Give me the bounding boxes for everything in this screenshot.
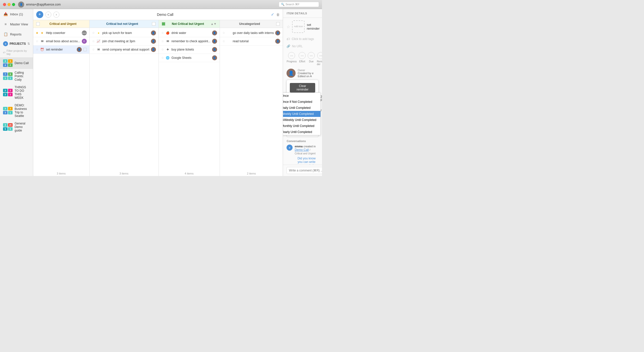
project-badges: 3 3 4 2	[3, 59, 13, 67]
panel-footer: ⬆ ⤢	[283, 165, 322, 176]
add-icon-button[interactable]: Add Icon	[292, 20, 305, 33]
task-item-company-email[interactable]: ☆ ✉ send company email about support 👤	[90, 46, 158, 54]
trash-icon[interactable]: 🗑	[276, 13, 280, 17]
tag-filter-icon: 🏷	[3, 51, 6, 54]
minimize-button[interactable]	[8, 3, 11, 6]
progress-dots[interactable]: ···	[288, 52, 295, 59]
close-button[interactable]	[3, 3, 6, 6]
project-name: THINGS TO DO THIS WEEK	[15, 85, 30, 100]
quadrant-header-not-critical-urgent: Not Critical but Urgent ▲▼	[159, 20, 220, 28]
repeat-option-daily[interactable]: Daily Until Completed	[283, 105, 320, 111]
task-item-check-appoint[interactable]: ☆ ✉ remember to check appoint... 👤	[159, 37, 220, 46]
add-icon-label: Add Icon	[294, 25, 303, 28]
filter-tags-row: 🏷 Filter projects by tag	[0, 48, 33, 57]
url-placeholder[interactable]: No URL	[292, 45, 303, 48]
select-all-checkbox[interactable]	[276, 22, 280, 26]
project-item-demo-call[interactable]: 3 3 4 2 Demo Call	[0, 57, 33, 69]
comment-input[interactable]	[287, 167, 322, 174]
badge: 5	[3, 127, 8, 131]
task-checkbox[interactable]	[83, 48, 87, 51]
list-icon: ≡	[3, 22, 8, 27]
project-item-general-demo[interactable]: 3 26 5 6 General Demo guide	[0, 120, 33, 134]
star-icon: ☆	[222, 31, 225, 35]
option-label: Monthly Until Completed	[283, 124, 314, 128]
drag-handle[interactable]: ▲▼	[211, 22, 217, 26]
task-item-chat-meeting[interactable]: ☆ 📈 join chat meeting at 3pm 👤	[90, 37, 158, 46]
star-icon: ☆	[92, 31, 95, 35]
filter-placeholder[interactable]: Filter projects by tag	[7, 49, 30, 55]
task-avatar: 👤	[212, 39, 217, 44]
sidebar-item-master-view[interactable]: ≡ Master View	[0, 19, 33, 29]
link-icon: 🔗	[287, 45, 290, 48]
star-icon: ☆	[222, 39, 225, 43]
task-name: remember to check appoint...	[172, 39, 211, 43]
effort-dots[interactable]: ···	[299, 52, 306, 59]
owner-row: 👤 Owner Created by e Edited on A	[287, 69, 318, 78]
badge: 2	[8, 63, 13, 67]
prev-board-button[interactable]: ‹	[45, 12, 51, 18]
task-item-help-coworker[interactable]: ★ ★ Help coworker soon	[33, 29, 89, 37]
repeat-option-once[interactable]: Once	[283, 93, 320, 99]
repeat-option-once-not-completed[interactable]: Once If Not Completed	[283, 99, 320, 105]
project-item-things-todo[interactable]: 2 2 2 2 THINGS TO DO THIS WEEK	[0, 83, 33, 102]
badge: 2	[3, 89, 8, 92]
task-item-read-tutorial[interactable]: ☆ read tutorial 👤	[220, 37, 283, 46]
task-item-drink-water[interactable]: ☆ 🍎 drink water 👤	[159, 29, 220, 37]
metric-due: ··· Due	[308, 52, 315, 66]
clear-reminder-button[interactable]: Clear reminder	[290, 83, 315, 93]
option-label: Daily Until Completed	[283, 106, 310, 110]
add-task-button[interactable]: +	[36, 11, 43, 18]
task-item-pick-up-lunch[interactable]: ☆ ● pick up lunch for team 👤	[90, 29, 158, 37]
star-icon: ★	[36, 31, 38, 35]
project-name: General Demo guide	[15, 122, 30, 132]
repeat-dropdown: Once Once If Not Completed Daily Until C…	[283, 93, 321, 135]
badge: 3	[3, 107, 8, 110]
project-name: DEMO: Business Trip to Seattle	[15, 104, 30, 118]
project-item-business-trip[interactable]: 3 2 3 1 DEMO: Business Trip to Seattle	[0, 102, 33, 120]
next-board-button[interactable]: ›	[53, 12, 59, 18]
check-icon[interactable]: ✓	[271, 12, 274, 17]
repeat-option-yearly[interactable]: Yearly Until Completed	[283, 129, 320, 135]
effort-label: Effort	[299, 60, 305, 63]
progress-label: Progress	[287, 60, 297, 63]
sort-icon[interactable]: ⇅	[27, 42, 30, 46]
task-avatar: E	[82, 39, 87, 44]
sidebar-item-inbox[interactable]: 📥 Inbox (1)	[0, 9, 33, 19]
commenter-name: emma	[295, 145, 303, 148]
add-project-button[interactable]: +	[3, 41, 8, 46]
quadrant-not-critical-urgent: Not Critical but Urgent ▲▼ ☆ 🍎 drink wat…	[159, 20, 220, 176]
task-name: Google Sheets	[172, 56, 211, 60]
task-item-google-sheets[interactable]: ☆ 🌐 Google Sheets 👤	[159, 54, 220, 62]
quadrant-label: Critical and Urgent	[50, 22, 76, 26]
task-avatar: 👤	[151, 39, 156, 44]
task-item-set-reminder[interactable]: ☆ ⏰ set reminder 👤	[33, 46, 89, 54]
reminder-label: Rem…der	[317, 60, 322, 66]
panel-body: ☆ Add Icon set reminder 🏷 Click to add t…	[283, 18, 322, 165]
select-all-checkbox[interactable]	[152, 22, 155, 26]
task-item-buy-plane-tickets[interactable]: ☆ ✈ buy plane tickets 👤	[159, 46, 220, 54]
user-avatar: 👤	[18, 2, 24, 8]
comment-link[interactable]: Demo Call	[295, 148, 309, 152]
project-item-calling-points[interactable]: 7 9 1 1 Calling Points: Cody	[0, 69, 33, 83]
board-header: + ‹ › Demo Call ✓ 🗑	[33, 9, 283, 20]
search-bar[interactable]: 🔍 Search ⌘F	[279, 2, 319, 7]
due-dots[interactable]: ···	[308, 52, 315, 59]
badge: 6	[8, 127, 13, 131]
task-item-daily-tasks[interactable]: ☆ go over daily tasks with interns 👤	[220, 29, 283, 37]
task-item-email-boss[interactable]: ☆ ✉ email boss about accou... E	[33, 37, 89, 46]
task-name: go over daily tasks with interns	[233, 31, 274, 35]
item-star-icon[interactable]: ☆	[287, 24, 290, 29]
quadrant-label: Not Critical but Urgent	[172, 22, 204, 26]
tag-placeholder[interactable]: Click to add tags	[292, 37, 314, 41]
reminder-dots[interactable]: ···	[317, 52, 322, 59]
task-avatar: 👤	[77, 47, 82, 52]
repeat-option-weekly[interactable]: ✓ Weekly Until Completed	[283, 111, 320, 117]
select-all-checkbox[interactable]	[162, 22, 165, 26]
quadrant-label: Critical but not Urgent	[106, 22, 138, 26]
fullscreen-button[interactable]	[12, 3, 15, 6]
select-all-checkbox[interactable]	[36, 22, 40, 26]
repeat-option-biweekly[interactable]: BiWeekly Until Completed	[283, 117, 320, 123]
task-icon: ✉	[40, 39, 45, 43]
sidebar-item-reports[interactable]: 📋 Reports	[0, 29, 33, 39]
repeat-option-monthly[interactable]: Monthly Until Completed	[283, 123, 320, 129]
